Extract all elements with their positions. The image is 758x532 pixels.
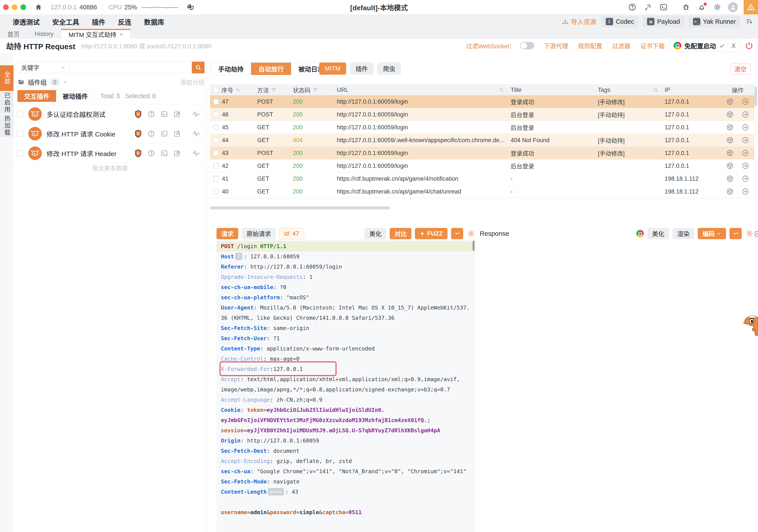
- filter-icon[interactable]: [271, 87, 276, 92]
- toolbar-button-codec[interactable]: CCodec: [602, 16, 638, 27]
- verified-shield-icon[interactable]: V: [134, 110, 142, 118]
- notification-bell-icon[interactable]: [698, 3, 706, 11]
- col-tags[interactable]: Tags: [598, 87, 610, 93]
- collapse-panel-icon[interactable]: [754, 230, 758, 238]
- goto-detail-icon[interactable]: [742, 188, 749, 195]
- plugin-name[interactable]: 修改 HTTP 请求 Cookie: [47, 129, 115, 138]
- goto-detail-icon[interactable]: [742, 162, 749, 169]
- open-in-browser-icon[interactable]: [726, 175, 734, 182]
- mitm-link-3[interactable]: 证书下载: [640, 41, 665, 50]
- search-icon[interactable]: [652, 87, 658, 93]
- response-settings-gear-icon[interactable]: [745, 229, 754, 238]
- sort-list-icon[interactable]: [745, 18, 753, 25]
- sort-icon[interactable]: [235, 87, 241, 92]
- beautify-button[interactable]: 美化: [364, 228, 386, 239]
- plugin-activity-icon[interactable]: [192, 110, 201, 118]
- search-icon[interactable]: [499, 87, 504, 93]
- request-editor[interactable]: POST /login HTTP/1.1Host?: 127.0.0.1:600…: [217, 239, 475, 532]
- col-status[interactable]: 状态码: [293, 86, 310, 94]
- tab-interactive-plugins[interactable]: 交互插件: [17, 90, 56, 102]
- row-checkbox[interactable]: [213, 99, 219, 104]
- open-in-browser-icon[interactable]: [726, 188, 734, 195]
- row-checkbox[interactable]: [213, 124, 219, 130]
- help-icon[interactable]: [148, 150, 155, 157]
- help-icon[interactable]: [148, 130, 155, 137]
- plugin-checkbox[interactable]: [17, 130, 23, 137]
- home-icon[interactable]: [35, 4, 42, 11]
- col-method[interactable]: 方法: [257, 86, 269, 94]
- chrome-icon[interactable]: [637, 230, 644, 237]
- window-minimize-button[interactable]: [12, 4, 17, 10]
- compare-button[interactable]: 对比: [390, 228, 411, 239]
- toolbar-button-yak-runner[interactable]: >_Yak Runner: [689, 16, 740, 27]
- plugin-activity-icon[interactable]: [192, 130, 201, 137]
- no-config-start-button[interactable]: 免配置启动 X: [670, 40, 740, 52]
- plugin-row-0[interactable]: 多认证综合越权测试V: [14, 104, 207, 124]
- edit-icon[interactable]: [174, 130, 181, 137]
- search-type-select[interactable]: 关键字: [17, 62, 69, 73]
- response-beautify-button[interactable]: 美化: [647, 228, 669, 239]
- terminal-icon[interactable]: [160, 150, 168, 157]
- tab-close-icon[interactable]: ×: [120, 31, 123, 37]
- terminal-icon[interactable]: [659, 3, 668, 11]
- table-row[interactable]: 47POST200http://127.0.0.1:60059/login登录成…: [210, 95, 754, 108]
- plugin-checkbox[interactable]: [17, 150, 23, 157]
- menu-item-1[interactable]: 安全工具: [52, 17, 79, 26]
- edit-icon[interactable]: [174, 110, 181, 118]
- stop-hijack-power-button[interactable]: [744, 41, 754, 50]
- window-close-button[interactable]: [3, 4, 9, 10]
- plugin-name[interactable]: 修改 HTTP 请求 Header: [47, 149, 117, 158]
- filter-icon[interactable]: [313, 87, 318, 92]
- filter-websocket-toggle[interactable]: [520, 42, 534, 50]
- select-all-checkbox[interactable]: [213, 87, 219, 93]
- mitm-link-2[interactable]: 过滤器: [612, 41, 631, 50]
- table-row[interactable]: 43POST200http://127.0.0.1:60059/login登录成…: [210, 147, 754, 160]
- goto-detail-icon[interactable]: [742, 98, 749, 105]
- warning-button[interactable]: [744, 0, 758, 15]
- hijack-mode-tab-0[interactable]: 手动劫持: [211, 63, 251, 75]
- bug-icon[interactable]: [682, 3, 690, 11]
- request-settings-gear-icon[interactable]: [467, 229, 475, 238]
- col-url[interactable]: URL: [337, 87, 349, 93]
- verified-shield-icon[interactable]: V: [134, 129, 142, 138]
- row-checkbox[interactable]: [213, 189, 219, 195]
- goto-detail-icon[interactable]: [742, 175, 749, 182]
- tab-0[interactable]: 首页: [0, 29, 27, 39]
- menu-item-4[interactable]: 数据库: [144, 17, 164, 26]
- col-ops[interactable]: 操作: [732, 86, 744, 94]
- goto-detail-icon[interactable]: [742, 149, 749, 157]
- response-newline-button[interactable]: [730, 228, 742, 239]
- tab-1[interactable]: History: [27, 29, 61, 39]
- help-icon[interactable]: [628, 3, 637, 11]
- table-row[interactable]: 46POST200http://127.0.0.1:60059/login后台登…: [210, 108, 754, 121]
- hijack-mode-tab-1[interactable]: 自动放行: [251, 63, 291, 75]
- plugin-checkbox[interactable]: [17, 111, 23, 117]
- row-checkbox[interactable]: [213, 137, 219, 143]
- table-hscrollbar[interactable]: [210, 206, 390, 209]
- mitm-link-0[interactable]: 下游代理: [544, 41, 568, 50]
- edit-icon[interactable]: [174, 150, 181, 157]
- tools-icon[interactable]: [644, 3, 652, 11]
- plugin-activity-icon[interactable]: [192, 150, 201, 157]
- settings-gear-icon[interactable]: [713, 3, 721, 11]
- open-in-browser-icon[interactable]: [726, 124, 734, 131]
- menu-item-0[interactable]: 渗透测试: [13, 17, 40, 26]
- open-in-browser-icon[interactable]: [726, 111, 734, 118]
- table-row[interactable]: 40GET200https://ctf.buptmerak.cn/api/gam…: [210, 185, 754, 198]
- row-checkbox[interactable]: [213, 176, 219, 182]
- col-num[interactable]: 序号: [222, 86, 233, 94]
- fuzz-button[interactable]: FUZZ: [415, 228, 448, 239]
- col-title[interactable]: Title: [511, 87, 522, 93]
- log-source-tab-0[interactable]: MITM: [319, 62, 346, 75]
- col-ip[interactable]: IP: [665, 87, 670, 93]
- plugin-group-label[interactable]: 插件组: [28, 78, 47, 87]
- terminal-icon[interactable]: [160, 130, 168, 137]
- tab-request[interactable]: 请求: [217, 228, 238, 239]
- render-button[interactable]: 渲染: [672, 228, 694, 239]
- clear-button[interactable]: 清空: [730, 63, 751, 74]
- add-group-button[interactable]: 添加分组: [180, 78, 204, 87]
- goto-detail-icon[interactable]: [742, 124, 749, 131]
- open-in-browser-icon[interactable]: [726, 136, 734, 144]
- open-in-browser-icon[interactable]: [726, 149, 734, 157]
- table-row[interactable]: 44GET404http://127.0.0.1:60059/.well-kno…: [210, 134, 754, 147]
